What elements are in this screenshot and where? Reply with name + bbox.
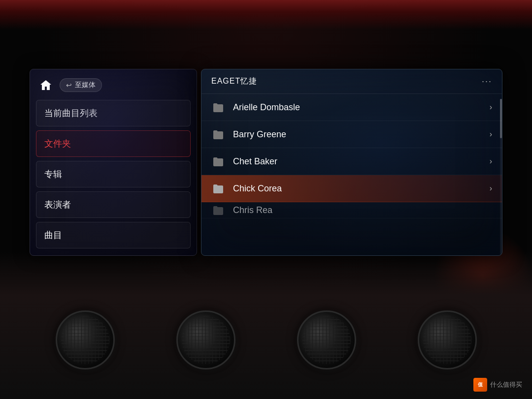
artist-name-chick: Chick Corea (233, 184, 486, 194)
artist-list: Arielle Dombasle › Barry Greene › (201, 94, 502, 255)
folder-icon-chet (211, 156, 225, 167)
artist-item-chick[interactable]: Chick Corea › (201, 175, 502, 202)
artist-name-chris: Chris Rea (233, 205, 492, 215)
back-button[interactable]: ↩ 至媒体 (60, 78, 102, 92)
screens-area: ↩ 至媒体 当前曲目列表 文件夹 专辑 表演者 曲目 EAGET忆捷 ··· (30, 69, 502, 256)
chevron-icon-barry: › (490, 130, 492, 139)
artist-name-arielle: Arielle Dombasle (233, 102, 486, 113)
scrollbar[interactable] (500, 99, 502, 255)
vent-center-right (297, 310, 356, 369)
right-panel-header: EAGET忆捷 ··· (201, 69, 502, 94)
menu-item-performer[interactable]: 表演者 (36, 191, 191, 218)
chevron-icon-chick: › (490, 184, 492, 193)
scrollbar-thumb (500, 99, 502, 138)
right-panel-title: EAGET忆捷 (211, 76, 257, 87)
vent-right (418, 310, 477, 369)
vents-container (25, 291, 507, 389)
artist-item-chris[interactable]: Chris Rea (201, 202, 502, 218)
menu-item-album[interactable]: 专辑 (36, 161, 191, 187)
artist-item-arielle[interactable]: Arielle Dombasle › (201, 94, 502, 121)
back-arrow-icon: ↩ (66, 81, 72, 89)
chevron-icon-chet: › (490, 157, 492, 166)
watermark-icon: 值 (473, 378, 487, 392)
watermark-label: 什么值得买 (490, 380, 522, 389)
folder-icon-barry (211, 129, 225, 140)
ambient-top-light (0, 0, 532, 30)
chevron-icon-arielle: › (490, 103, 492, 112)
folder-icon-arielle (211, 102, 225, 113)
watermark: 值 什么值得买 (473, 378, 522, 392)
folder-icon-chick (211, 183, 225, 194)
menu-item-track[interactable]: 曲目 (36, 222, 191, 248)
folder-icon-chris (211, 205, 225, 215)
vent-left (56, 310, 115, 369)
artist-name-barry: Barry Greene (233, 129, 486, 140)
artist-item-barry[interactable]: Barry Greene › (201, 121, 502, 148)
left-panel-header: ↩ 至媒体 (36, 77, 191, 93)
right-panel: EAGET忆捷 ··· Arielle Dombasle › (201, 69, 502, 256)
artist-item-chet[interactable]: Chet Baker › (201, 148, 502, 175)
artist-name-chet: Chet Baker (233, 156, 486, 167)
vent-center-left (176, 310, 235, 369)
back-label: 至媒体 (75, 81, 96, 90)
menu-item-folder[interactable]: 文件夹 (36, 130, 191, 157)
more-options-icon[interactable]: ··· (482, 76, 492, 87)
home-icon[interactable] (38, 77, 54, 93)
menu-item-current-playlist[interactable]: 当前曲目列表 (36, 100, 191, 126)
left-panel: ↩ 至媒体 当前曲目列表 文件夹 专辑 表演者 曲目 (30, 69, 197, 256)
